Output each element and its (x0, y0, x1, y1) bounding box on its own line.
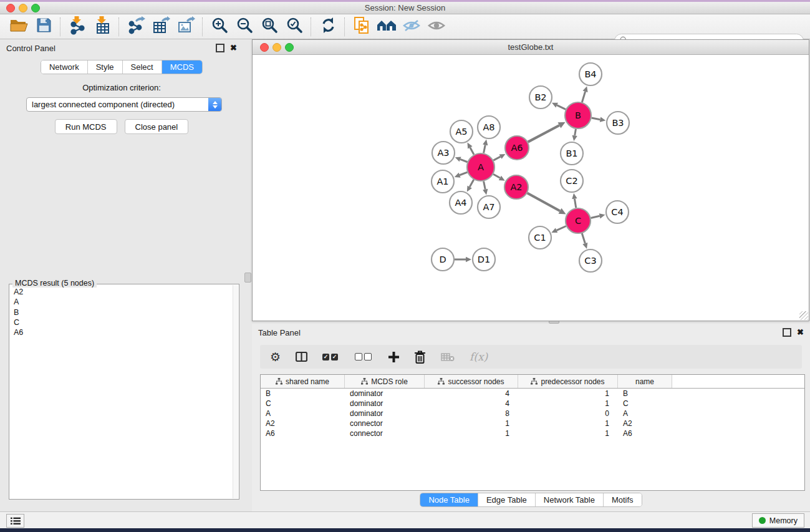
show-column-icon[interactable] (296, 352, 307, 362)
graph-edge-C-C3[interactable] (582, 233, 585, 243)
graph-edge-A-A2[interactable] (493, 174, 500, 178)
graph-edge-A-A4[interactable] (470, 180, 474, 187)
zoom-fit-icon (261, 17, 278, 36)
refresh-icon (320, 17, 337, 36)
apply-layout-button[interactable] (316, 16, 340, 37)
node-table[interactable]: shared name MCDS role successor nodes pr… (260, 374, 805, 491)
zoom-out-button[interactable] (232, 16, 257, 37)
network-graph-canvas[interactable]: B4B2BB3A8A5A6A3B1AC2A1A2A4A7C4CC1C3DD1 (253, 55, 809, 321)
window-resize-grip[interactable] (799, 311, 808, 320)
graph-edge-A-A8[interactable] (484, 145, 486, 153)
table-row[interactable]: A dominator 8 0 A (261, 409, 804, 418)
table-row[interactable]: A2 connector 1 1 A2 (261, 418, 804, 428)
tab-node-table[interactable]: Node Table (420, 493, 478, 506)
function-builder-icon[interactable]: f(x) (470, 351, 488, 363)
save-session-button[interactable] (31, 16, 56, 37)
import-table-button[interactable] (90, 16, 115, 37)
mcds-result-list[interactable]: A2 A B C A6 (11, 287, 233, 498)
add-column-icon[interactable] (388, 352, 399, 362)
close-panel-icon[interactable]: ✖ (797, 329, 804, 336)
mcds-result-item[interactable]: A (14, 297, 233, 307)
run-mcds-button[interactable]: Run MCDS (55, 119, 117, 134)
zoom-in-icon (211, 17, 228, 36)
edge-arrowhead (483, 189, 488, 195)
mcds-result-item[interactable]: A6 (14, 327, 233, 337)
documents-share-icon (353, 16, 370, 37)
edge-arrowhead (599, 213, 605, 218)
application-window: Session: New Session (0, 0, 810, 532)
hide-selected-button[interactable] (399, 16, 424, 37)
float-panel-icon[interactable] (783, 328, 791, 337)
close-panel-button[interactable]: Close panel (125, 119, 189, 134)
graph-edge-C-C4[interactable] (591, 216, 599, 218)
toolbar-separator (202, 17, 203, 36)
first-neighbors-button[interactable] (374, 16, 399, 37)
graph-edge-A-A3[interactable] (460, 159, 467, 162)
graph-edge-A2-C[interactable] (528, 193, 560, 211)
mcds-result-item[interactable]: A2 (14, 287, 233, 297)
split-grip[interactable] (244, 273, 251, 283)
tab-mcds[interactable]: MCDS (162, 60, 202, 74)
graph-node-label: A3 (437, 148, 449, 158)
zoom-out-icon (236, 17, 253, 36)
graph-edge-A-A5[interactable] (470, 147, 474, 154)
status-bar: Memory (0, 511, 810, 529)
zoom-selected-button[interactable] (282, 16, 307, 37)
graph-edge-A-A7[interactable] (484, 181, 486, 190)
network-window-titlebar[interactable]: testGlobe.txt (253, 40, 809, 55)
tab-edge-table[interactable]: Edge Table (478, 493, 536, 506)
graph-edge-A-A6[interactable] (493, 157, 500, 160)
import-network-button[interactable] (65, 16, 90, 37)
table-row[interactable]: B dominator 4 1 B (261, 389, 804, 399)
new-network-from-selection-button[interactable] (349, 16, 374, 37)
export-image-button[interactable] (173, 16, 198, 37)
tab-network-table[interactable]: Network Table (536, 493, 604, 506)
hierarchy-icon (276, 378, 282, 385)
delete-table-icon[interactable] (441, 352, 455, 362)
table-row[interactable]: A6 connector 1 1 A6 (261, 428, 804, 438)
vertical-split-divider[interactable] (243, 39, 252, 511)
column-header-successor-nodes[interactable]: successor nodes (425, 375, 518, 388)
tab-network[interactable]: Network (41, 60, 88, 74)
export-table-icon (152, 16, 170, 37)
memory-button[interactable]: Memory (752, 513, 804, 528)
mcds-result-item[interactable]: C (14, 317, 233, 327)
deselect-all-checkboxes-icon[interactable] (355, 353, 374, 360)
graph-edge-B-B1[interactable] (575, 129, 576, 136)
column-header-shared-name[interactable]: shared name (261, 375, 345, 388)
graph-node-label: A6 (511, 143, 523, 153)
zoom-in-button[interactable] (207, 16, 232, 37)
close-panel-icon[interactable]: ✖ (230, 45, 237, 51)
tab-style[interactable]: Style (88, 60, 123, 74)
graph-edge-B-B2[interactable] (557, 105, 566, 110)
graph-edge-A6-B[interactable] (528, 125, 559, 142)
export-table-button[interactable] (148, 16, 173, 37)
zoom-fit-button[interactable] (257, 16, 282, 37)
delete-column-icon[interactable] (414, 351, 426, 364)
graph-edge-B-B3[interactable] (592, 118, 600, 120)
toolbar-separator (60, 17, 61, 36)
import-network-icon (68, 16, 87, 37)
mcds-result-item[interactable]: B (14, 307, 233, 317)
tab-select[interactable]: Select (123, 60, 162, 74)
tab-motifs[interactable]: Motifs (604, 493, 642, 506)
houses-icon (377, 17, 397, 36)
settings-gear-icon[interactable]: ⚙ (270, 350, 281, 364)
column-header-predecessor-nodes[interactable]: predecessor nodes (518, 375, 618, 388)
table-row[interactable]: C dominator 4 1 C (261, 399, 804, 409)
column-header-mcds-role[interactable]: MCDS role (345, 375, 425, 388)
graph-edge-C-C2[interactable] (574, 199, 576, 208)
graph-edge-A-A1[interactable] (460, 172, 467, 175)
export-network-button[interactable] (123, 16, 148, 37)
result-scrollbar[interactable] (233, 285, 238, 498)
column-header-name[interactable]: name (618, 375, 672, 388)
toolbar-separator (118, 17, 120, 36)
open-file-button[interactable] (6, 16, 31, 37)
select-all-checkboxes-icon[interactable]: ✓✓ (322, 354, 340, 360)
float-panel-icon[interactable] (216, 44, 224, 52)
criterion-dropdown[interactable]: largest connected component (directed) (26, 97, 222, 112)
graph-edge-B-B4[interactable] (582, 92, 585, 102)
show-all-button[interactable] (424, 16, 449, 37)
graph-edge-C-C1[interactable] (557, 226, 566, 230)
task-history-button[interactable] (6, 514, 24, 528)
